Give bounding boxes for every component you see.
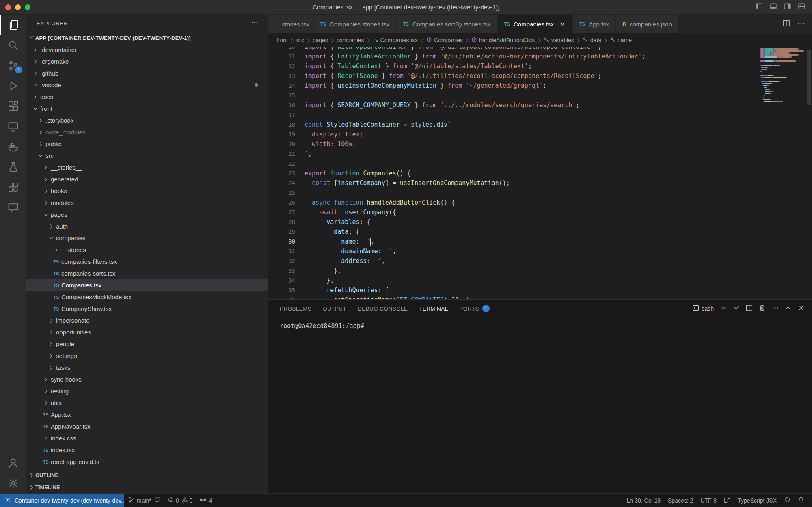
minimap[interactable] bbox=[758, 47, 806, 299]
tree-file-Companies.tsx[interactable]: TSCompanies.tsx bbox=[26, 279, 268, 291]
tree-file-index.tsx[interactable]: TSindex.tsx bbox=[26, 444, 268, 456]
explorer-more-actions-button[interactable] bbox=[251, 19, 258, 27]
tree-file-AppNavbar.tsx[interactable]: TSAppNavbar.tsx bbox=[26, 421, 268, 432]
breadcrumb-item-variables[interactable]: variables bbox=[544, 37, 574, 44]
code-line-14[interactable]: 14import { useInsertOneCompanyMutation }… bbox=[268, 81, 758, 91]
scrollbar-slider[interactable] bbox=[807, 50, 811, 105]
accounts-button[interactable] bbox=[0, 453, 26, 473]
kill-terminal-button[interactable] bbox=[759, 304, 766, 313]
workspace-section-header[interactable]: APP [CONTAINER DEV-TWENTY-DEV (DEV-TWENT… bbox=[26, 32, 268, 44]
code-line-32[interactable]: 32 address: '', bbox=[268, 256, 758, 266]
code-line-12[interactable]: 12import { TableContext } from '@/ui/tab… bbox=[268, 61, 758, 71]
ports-indicator[interactable]: 4 bbox=[196, 494, 216, 507]
breadcrumb-item-Companies.tsx[interactable]: TSCompanies.tsx bbox=[373, 37, 418, 43]
tree-folder-pages[interactable]: pages bbox=[26, 209, 268, 220]
code-line-27[interactable]: 27 await insertCompany({ bbox=[268, 207, 758, 217]
breadcrumb-item-handleAddButtonClick[interactable]: handleAddButtonClick bbox=[471, 37, 535, 44]
encoding-indicator[interactable]: UTF-8 bbox=[697, 494, 720, 507]
tree-folder-node_modules[interactable]: node_modules bbox=[26, 126, 268, 138]
code-line-10[interactable]: 10import { WithTopBarContainer } from '@… bbox=[268, 47, 758, 52]
language-indicator[interactable]: TypeScript JSX bbox=[734, 494, 780, 507]
tab-Companies.sortBy.stories.tsx[interactable]: TSCompanies.sortBy.stories.tsx bbox=[397, 15, 498, 33]
toggle-panel-button[interactable] bbox=[769, 3, 777, 11]
tree-folder-src[interactable]: src bbox=[26, 150, 268, 162]
notifications-button[interactable] bbox=[794, 494, 808, 507]
tree-file-companies-sorts.tsx[interactable]: TScompanies-sorts.tsx bbox=[26, 268, 268, 279]
tree-folder-.github[interactable]: .github bbox=[26, 67, 268, 79]
docker-button[interactable] bbox=[0, 136, 26, 157]
breadcrumb-item-companies[interactable]: companies bbox=[337, 37, 364, 43]
tree-folder-__stories__[interactable]: __stories__ bbox=[26, 162, 268, 173]
code-line-30[interactable]: 30 name: '', bbox=[268, 237, 758, 246]
section-timeline[interactable]: TIMELINE bbox=[26, 481, 268, 493]
github-actions-button[interactable] bbox=[0, 177, 26, 197]
code-line-19[interactable]: 19 display: flex; bbox=[268, 129, 758, 139]
split-terminal-button[interactable] bbox=[746, 304, 753, 313]
breadcrumb-item-Companies[interactable]: Companies bbox=[426, 37, 463, 44]
breadcrumb-item-front[interactable]: front bbox=[276, 37, 288, 43]
tree-folder-impersonate[interactable]: impersonate bbox=[26, 315, 268, 326]
code-pane[interactable]: 10import { WithTopBarContainer } from '@… bbox=[268, 47, 758, 299]
editor-more-actions-button[interactable] bbox=[797, 19, 805, 28]
code-line-13[interactable]: 13import { RecoilScope } from '@/ui/util… bbox=[268, 71, 758, 81]
terminal-dropdown-button[interactable] bbox=[733, 304, 740, 313]
code-line-25[interactable]: 25 bbox=[268, 188, 758, 198]
breadcrumb-item-pages[interactable]: pages bbox=[313, 37, 328, 43]
panel-tab-debug-console[interactable]: DEBUG CONSOLE bbox=[358, 300, 408, 317]
comments-button[interactable] bbox=[0, 197, 26, 218]
tab-companies.json[interactable]: {}companies.json bbox=[616, 15, 679, 33]
code-line-34[interactable]: 34 }, bbox=[268, 276, 758, 285]
split-editor-button[interactable] bbox=[783, 19, 790, 28]
eol-indicator[interactable]: LF bbox=[720, 494, 734, 507]
code-line-24[interactable]: 24 const [insertCompany] = useInsertOneC… bbox=[268, 178, 758, 188]
code-line-35[interactable]: 35 refetchQueries: [ bbox=[268, 285, 758, 295]
panel-more-actions-button[interactable] bbox=[772, 304, 779, 313]
tree-folder-sync-hooks[interactable]: sync-hooks bbox=[26, 373, 268, 385]
tree-file-CompaniesMockMode.tsx[interactable]: TSCompaniesMockMode.tsx bbox=[26, 291, 268, 303]
tab-Companies.tsx[interactable]: TSCompanies.tsx bbox=[498, 15, 573, 33]
tree-folder-.vscode[interactable]: .vscode bbox=[26, 79, 268, 91]
tree-folder-generated[interactable]: generated bbox=[26, 173, 268, 185]
tree-folder-settings[interactable]: settings bbox=[26, 350, 268, 362]
run-debug-button[interactable] bbox=[0, 76, 26, 96]
breadcrumb-item-name[interactable]: name bbox=[610, 37, 632, 44]
extensions-button[interactable] bbox=[0, 96, 26, 116]
code-line-21[interactable]: 21`; bbox=[268, 149, 758, 159]
code-line-20[interactable]: 20 width: 100%; bbox=[268, 139, 758, 149]
tree-folder-__stories__[interactable]: __stories__ bbox=[26, 244, 268, 256]
editor-scrollbar[interactable] bbox=[806, 47, 812, 299]
code-line-28[interactable]: 28 variables: { bbox=[268, 217, 758, 227]
code-line-16[interactable]: 16import { SEARCH_COMPANY_QUERY } from '… bbox=[268, 100, 758, 110]
code-line-23[interactable]: 23export function Companies() { bbox=[268, 168, 758, 178]
code-line-15[interactable]: 15 bbox=[268, 91, 758, 100]
tab-stories.tsx[interactable]: stories.tsx bbox=[268, 15, 314, 33]
customize-layout-button[interactable] bbox=[798, 3, 806, 11]
remote-indicator[interactable]: Container dev-twenty-dev (dev-twenty-dev… bbox=[0, 494, 124, 507]
zoom-window-button[interactable] bbox=[25, 4, 30, 10]
breadcrumb-item-data[interactable]: data bbox=[583, 37, 601, 44]
tree-folder-public[interactable]: public bbox=[26, 138, 268, 150]
toggle-secondary-sidebar-button[interactable] bbox=[784, 3, 791, 11]
code-line-18[interactable]: 18const StyledTableContainer = styled.di… bbox=[268, 120, 758, 129]
code-line-36[interactable]: 36 getOperationName(GET_COMPANIES) ?? ''… bbox=[268, 295, 758, 299]
tree-folder-.storybook[interactable]: .storybook bbox=[26, 114, 268, 126]
tree-file-CompanyShow.tsx[interactable]: TSCompanyShow.tsx bbox=[26, 303, 268, 315]
tree-folder-docs[interactable]: docs bbox=[26, 91, 268, 103]
testing-button[interactable] bbox=[0, 157, 26, 177]
tree-folder-auth[interactable]: auth bbox=[26, 220, 268, 232]
tree-folder-opportunities[interactable]: opportunities bbox=[26, 326, 268, 338]
tree-folder-utils[interactable]: utils bbox=[26, 397, 268, 409]
maximize-panel-button[interactable] bbox=[785, 304, 792, 313]
tree-file-react-app-env.d.ts[interactable]: TSreact-app-env.d.ts bbox=[26, 456, 268, 468]
code-line-17[interactable]: 17 bbox=[268, 110, 758, 120]
section-outline[interactable]: OUTLINE bbox=[26, 469, 268, 481]
tree-folder-people[interactable]: people bbox=[26, 338, 268, 350]
tree-file-App.tsx[interactable]: TSApp.tsx bbox=[26, 409, 268, 421]
search-button[interactable] bbox=[0, 35, 26, 55]
code-line-33[interactable]: 33 }, bbox=[268, 266, 758, 276]
code-line-26[interactable]: 26 async function handleAddButtonClick()… bbox=[268, 198, 758, 207]
tree-file-index.css[interactable]: #index.css bbox=[26, 432, 268, 444]
indentation-indicator[interactable]: Spaces: 2 bbox=[664, 494, 697, 507]
panel-tab-problems[interactable]: PROBLEMS bbox=[280, 300, 311, 317]
tree-folder-hooks[interactable]: hooks bbox=[26, 185, 268, 197]
